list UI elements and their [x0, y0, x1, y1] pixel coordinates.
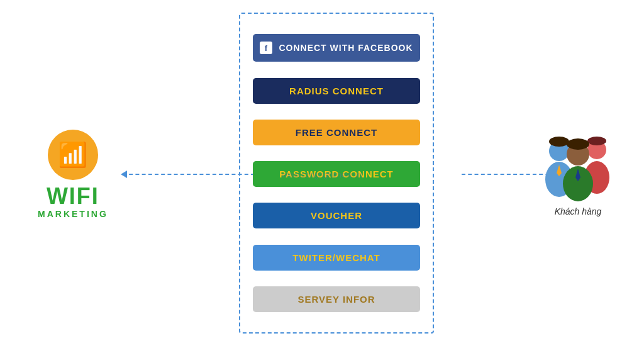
radius-connect-button[interactable]: RADIUS CONNECT: [253, 78, 420, 104]
free-button-label: FREE CONNECT: [296, 127, 377, 138]
wifi-label: WIFI: [47, 185, 99, 208]
center-panel: f CONNECT WITH FACEBOOK RADIUS CONNECT F…: [239, 13, 434, 334]
svg-point-10: [567, 138, 589, 150]
facebook-button-label: CONNECT WITH FACEBOOK: [279, 43, 413, 53]
svg-point-8: [549, 137, 569, 147]
wifi-circle: 📶: [48, 130, 98, 180]
main-container: 📶 WIFI MARKETING f CONNECT WITH FACEBOOK…: [0, 0, 644, 348]
facebook-connect-button[interactable]: f CONNECT WITH FACEBOOK: [253, 34, 420, 62]
free-connect-button[interactable]: FREE CONNECT: [253, 120, 420, 145]
survey-button-label: SERVEY INFOR: [297, 294, 375, 305]
wifi-logo: 📶 WIFI MARKETING: [38, 130, 108, 219]
twitter-wechat-button[interactable]: TWITER/WECHAT: [253, 245, 420, 271]
voucher-button-label: VOUCHER: [311, 210, 362, 221]
khach-hang-label: Khách hàng: [555, 206, 602, 216]
survey-button[interactable]: SERVEY INFOR: [253, 286, 420, 312]
password-connect-button[interactable]: PASSWORD CONNECT: [253, 161, 420, 187]
marketing-label: MARKETING: [38, 209, 108, 219]
svg-point-9: [587, 137, 606, 145]
people-icon: [537, 132, 619, 201]
radius-button-label: RADIUS CONNECT: [289, 86, 384, 96]
voucher-button[interactable]: VOUCHER: [253, 203, 420, 228]
twitter-button-label: TWITER/WECHAT: [292, 252, 380, 263]
facebook-icon: f: [260, 42, 272, 54]
people-section: Khách hàng: [537, 132, 619, 216]
password-button-label: PASSWORD CONNECT: [279, 169, 394, 179]
dashed-line-left: [123, 174, 255, 175]
wifi-icon: 📶: [58, 143, 87, 167]
